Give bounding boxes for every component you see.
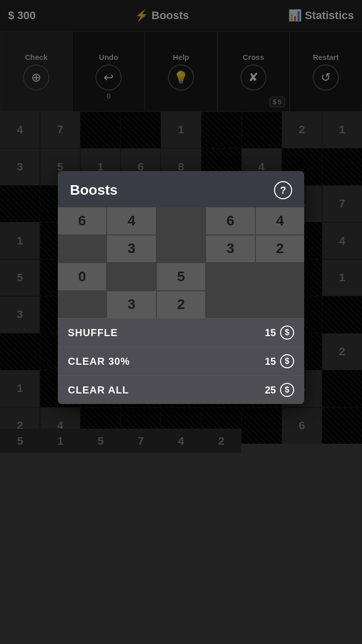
shuffle-label: SHUFFLE (68, 327, 265, 339)
shuffle-cost: 15 $ (265, 326, 294, 340)
modal-help-button[interactable]: ? (274, 181, 292, 199)
shuffle-coin-icon: $ (280, 326, 294, 340)
clearall-boost-button[interactable]: CLEAR ALL 25 $ (58, 375, 304, 404)
modal-title: Boosts (70, 182, 118, 198)
modal-grid-cell-5 (58, 235, 106, 263)
clearall-label: CLEAR ALL (68, 384, 265, 396)
modal-grid-cell-7 (157, 235, 205, 263)
modal-grid-cell-8: 3 (206, 235, 254, 263)
modal-help-icon: ? (280, 185, 286, 196)
modal-grid-cell-1: 4 (107, 207, 155, 234)
modal-grid-cell-10: 0 (58, 263, 106, 290)
clearall-cost-value: 25 (265, 384, 276, 396)
clearall-cost: 25 $ (265, 383, 294, 397)
modal-grid-cell-6: 3 (107, 235, 155, 263)
modal-overlay[interactable]: Boosts ? 64643320532 SHUFFLE 15 $ CLEAR … (0, 0, 362, 644)
modal-grid-cell-3: 6 (206, 207, 254, 234)
modal-grid-cell-0: 6 (58, 207, 106, 234)
modal-grid-cell-14 (256, 263, 304, 290)
clearall-coin-icon: $ (280, 383, 294, 397)
modal-grid-cell-11 (107, 263, 155, 290)
clear30-label: CLEAR 30% (68, 356, 265, 367)
modal-grid-cell-2 (157, 207, 205, 234)
modal-header: Boosts ? (58, 171, 304, 207)
modal-grid-cell-19 (256, 291, 304, 318)
modal-image: 64643320532 (58, 207, 304, 318)
boosts-modal: Boosts ? 64643320532 SHUFFLE 15 $ CLEAR … (58, 171, 304, 404)
modal-grid-cell-18 (206, 291, 254, 318)
shuffle-cost-value: 15 (265, 327, 276, 339)
clear30-coin-icon: $ (280, 354, 294, 368)
modal-grid-cell-15 (58, 291, 106, 318)
modal-grid-cell-16: 3 (107, 291, 155, 318)
clear30-boost-button[interactable]: CLEAR 30% 15 $ (58, 347, 304, 375)
shuffle-boost-button[interactable]: SHUFFLE 15 $ (58, 318, 304, 347)
modal-grid-cell-12: 5 (157, 263, 205, 290)
modal-grid-cell-9: 2 (256, 235, 304, 263)
modal-grid-cell-4: 4 (256, 207, 304, 234)
modal-grid-cell-13 (206, 263, 254, 290)
clear30-cost-value: 15 (265, 356, 276, 367)
modal-grid-cell-17: 2 (157, 291, 205, 318)
clear30-cost: 15 $ (265, 354, 294, 368)
